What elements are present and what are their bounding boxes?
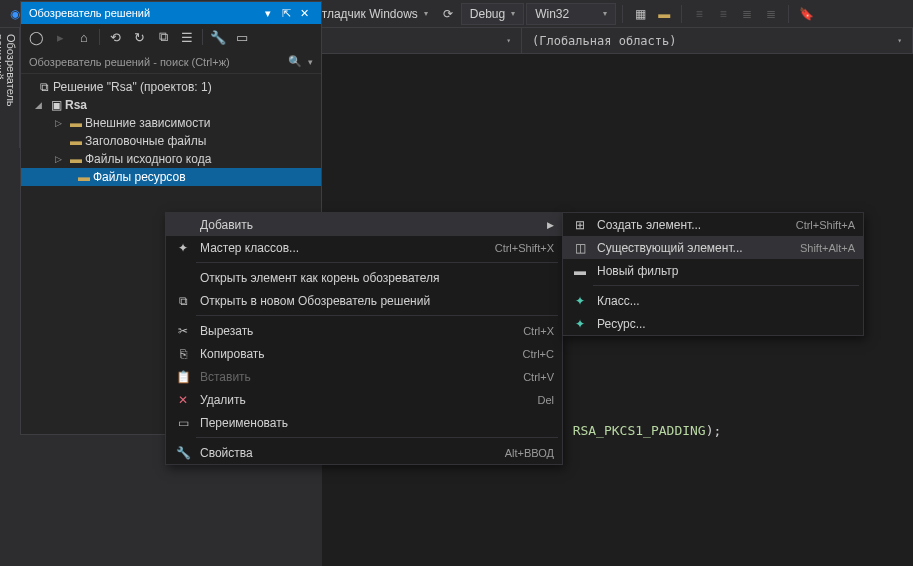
comment-icon: ≣ [736,3,758,25]
new-view-icon: ⧉ [170,294,196,308]
copy-icon: ⎘ [170,347,196,361]
collapse-icon[interactable]: ⧉ [154,28,172,46]
menu-separator [196,437,558,438]
search-icon: 🔍 [288,55,302,68]
show-all-icon[interactable]: ☰ [178,28,196,46]
wrench-icon: 🔧 [170,446,196,460]
folder-icon[interactable]: ▬ [653,3,675,25]
menu-item-add[interactable]: Добавить ▶ [166,213,562,236]
tree-project-node[interactable]: ◢ ▣ Rsa [21,96,321,114]
refresh-icon[interactable]: ↻ [130,28,148,46]
expand-arrow-icon[interactable]: ▷ [55,154,67,164]
menu-item-delete[interactable]: ✕ Удалить Del [166,388,562,411]
panel-title: Обозреватель решений [29,7,150,19]
solution-icon: ⧉ [35,80,53,94]
close-icon[interactable]: ✕ [295,7,313,20]
tree-solution-node[interactable]: ⧉ Решение "Rsa" (проектов: 1) [21,78,321,96]
project-icon: ▣ [47,98,65,112]
back-icon[interactable]: ◯ [27,28,45,46]
chevron-down-icon: ▾ [603,9,607,18]
tree-folder-resources[interactable]: ▬ Файлы ресурсов [21,168,321,186]
chevron-down-icon: ▾ [424,9,428,18]
side-tab-solution-explorer[interactable]: Обозреватель решений [0,28,20,148]
sync-icon[interactable]: ⟲ [106,28,124,46]
menu-item-copy[interactable]: ⎘ Копировать Ctrl+C [166,342,562,365]
panel-titlebar[interactable]: Обозреватель решений ▾ ⇱ ✕ [21,2,321,24]
menu-separator [593,285,859,286]
new-item-icon: ⊞ [567,218,593,232]
outdent-icon: ≡ [712,3,734,25]
folder-icon: ▬ [567,264,593,278]
menu-item-class[interactable]: ✦ Класс... [563,289,863,312]
menu-item-scope-to-this[interactable]: Открыть элемент как корень обозревателя [166,266,562,289]
rename-icon: ▭ [170,416,196,430]
folder-icon: ▬ [67,116,85,130]
scope-dropdown[interactable]: (Глобальная область) ▾ [522,28,913,53]
expand-arrow-icon[interactable]: ◢ [35,100,47,110]
menu-item-existing-item[interactable]: ◫ Существующий элемент... Shift+Alt+A [563,236,863,259]
folder-icon: ▬ [67,152,85,166]
pin-icon[interactable]: ⇱ [277,7,295,20]
uncomment-icon: ≣ [760,3,782,25]
context-submenu-add: ⊞ Создать элемент... Ctrl+Shift+A ◫ Суще… [562,212,864,336]
existing-item-icon: ◫ [567,241,593,255]
folder-icon: ▬ [67,134,85,148]
platform-label: Win32 [535,7,569,21]
submenu-arrow-icon: ▶ [542,220,554,230]
menu-separator [196,315,558,316]
wizard-icon: ✦ [170,241,196,255]
bookmark-icon[interactable]: 🔖 [795,3,817,25]
folder-icon: ▬ [75,170,93,184]
code-navigation-bar: ▾ (Глобальная область) ▾ [322,28,913,54]
menu-item-properties[interactable]: 🔧 Свойства Alt+ВВОД [166,441,562,464]
class-icon: ✦ [567,294,593,308]
config-label: Debug [470,7,505,21]
expand-arrow-icon[interactable]: ▷ [55,118,67,128]
refresh-icon[interactable]: ⟳ [437,3,459,25]
solution-search-input[interactable]: Обозреватель решений - поиск (Ctrl+ж) 🔍 … [21,50,321,74]
tree-folder-headers[interactable]: ▬ Заголовочные файлы [21,132,321,150]
tree-folder-source[interactable]: ▷ ▬ Файлы исходного кода [21,150,321,168]
menu-item-new-solution-view[interactable]: ⧉ Открыть в новом Обозреватель решений [166,289,562,312]
solution-tree[interactable]: ⧉ Решение "Rsa" (проектов: 1) ◢ ▣ Rsa ▷ … [21,74,321,190]
menu-item-new-filter[interactable]: ▬ Новый фильтр [563,259,863,282]
tree-folder-external[interactable]: ▷ ▬ Внешние зависимости [21,114,321,132]
cut-icon: ✂ [170,324,196,338]
menu-item-new-item[interactable]: ⊞ Создать элемент... Ctrl+Shift+A [563,213,863,236]
menu-item-paste: 📋 Вставить Ctrl+V [166,365,562,388]
chevron-down-icon: ▾ [897,36,902,45]
solution-explorer-toolbar: ◯ ▸ ⌂ ⟲ ↻ ⧉ ☰ 🔧 ▭ [21,24,321,50]
preview-icon[interactable]: ▭ [233,28,251,46]
chevron-down-icon: ▾ [511,9,515,18]
delete-icon: ✕ [170,393,196,407]
paste-icon: 📋 [170,370,196,384]
menu-item-class-wizard[interactable]: ✦ Мастер классов... Ctrl+Shift+X [166,236,562,259]
chevron-down-icon: ▾ [506,36,511,45]
resource-icon: ✦ [567,317,593,331]
project-scope-dropdown[interactable]: ▾ [322,28,522,53]
chevron-down-icon: ▾ [308,57,313,67]
menu-item-cut[interactable]: ✂ Вырезать Ctrl+X [166,319,562,342]
menu-separator [196,262,558,263]
menu-item-rename[interactable]: ▭ Переименовать [166,411,562,434]
forward-icon: ▸ [51,28,69,46]
indent-icon: ≡ [688,3,710,25]
context-menu: Добавить ▶ ✦ Мастер классов... Ctrl+Shif… [165,212,563,465]
config-dropdown[interactable]: Debug ▾ [461,3,524,25]
menu-item-resource[interactable]: ✦ Ресурс... [563,312,863,335]
layout-icon[interactable]: ▦ [629,3,651,25]
platform-dropdown[interactable]: Win32 ▾ [526,3,616,25]
home-icon[interactable]: ⌂ [75,28,93,46]
properties-icon[interactable]: 🔧 [209,28,227,46]
dropdown-icon[interactable]: ▾ [259,7,277,20]
